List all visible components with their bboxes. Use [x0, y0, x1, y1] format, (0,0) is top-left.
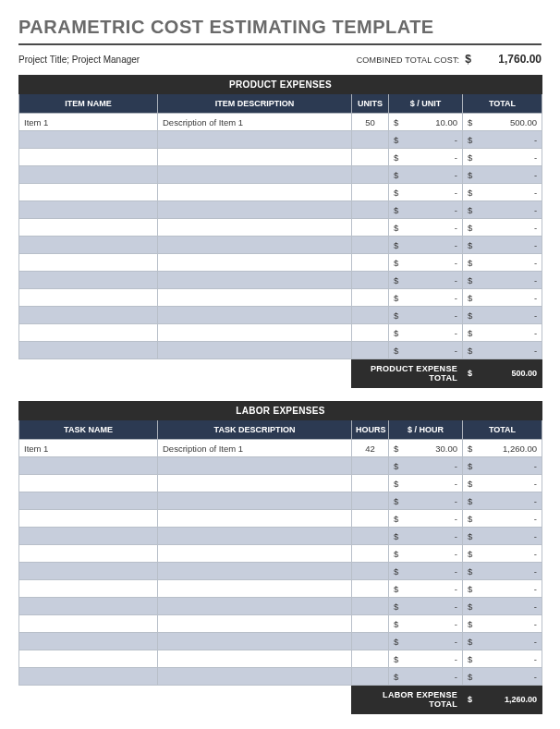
cell-description[interactable] — [158, 633, 352, 650]
cell-name[interactable] — [19, 272, 158, 289]
cell-name[interactable] — [19, 184, 158, 201]
cell-rate[interactable]: $- — [389, 307, 463, 324]
cell-description[interactable] — [158, 598, 352, 615]
cell-name[interactable] — [19, 545, 158, 563]
cell-name[interactable] — [19, 563, 158, 580]
cell-description[interactable] — [158, 166, 352, 184]
cell-rate[interactable]: $- — [389, 545, 463, 563]
cell-rate[interactable]: $- — [389, 510, 463, 528]
cell-name[interactable] — [19, 650, 158, 668]
cell-name[interactable] — [19, 307, 158, 324]
cell-rate[interactable]: $- — [389, 201, 463, 219]
cell-name[interactable] — [19, 237, 158, 254]
cell-rate[interactable]: $- — [389, 650, 463, 668]
cell-units[interactable] — [352, 307, 389, 324]
cell-units[interactable] — [352, 563, 389, 580]
cell-units[interactable] — [352, 219, 389, 237]
cell-name[interactable] — [19, 289, 158, 307]
cell-name[interactable] — [19, 598, 158, 615]
cell-description[interactable] — [158, 272, 352, 289]
cell-description[interactable] — [158, 580, 352, 598]
cell-description[interactable]: Description of Item 1 — [158, 114, 352, 131]
cell-units[interactable] — [352, 201, 389, 219]
cell-name[interactable] — [19, 633, 158, 650]
cell-units[interactable] — [352, 149, 389, 166]
cell-rate[interactable]: $- — [389, 563, 463, 580]
cell-description[interactable] — [158, 615, 352, 633]
cell-units[interactable] — [352, 457, 389, 475]
cell-rate[interactable]: $- — [389, 324, 463, 342]
cell-units[interactable] — [352, 184, 389, 201]
cell-name[interactable] — [19, 615, 158, 633]
cell-rate[interactable]: $- — [389, 475, 463, 492]
cell-units[interactable] — [352, 598, 389, 615]
cell-name[interactable] — [19, 528, 158, 545]
cell-rate[interactable]: $- — [389, 237, 463, 254]
cell-description[interactable] — [158, 457, 352, 475]
cell-units[interactable] — [352, 289, 389, 307]
cell-name[interactable] — [19, 475, 158, 492]
cell-units[interactable]: 42 — [352, 440, 389, 457]
cell-rate[interactable]: $- — [389, 219, 463, 237]
cell-rate[interactable]: $- — [389, 580, 463, 598]
cell-description[interactable]: Description of Item 1 — [158, 440, 352, 457]
cell-units[interactable] — [352, 492, 389, 510]
cell-rate[interactable]: $30.00 — [389, 440, 463, 457]
cell-units[interactable] — [352, 545, 389, 563]
cell-name[interactable] — [19, 254, 158, 272]
cell-description[interactable] — [158, 475, 352, 492]
cell-name[interactable] — [19, 219, 158, 237]
cell-description[interactable] — [158, 219, 352, 237]
cell-units[interactable] — [352, 324, 389, 342]
cell-rate[interactable]: $- — [389, 633, 463, 650]
cell-description[interactable] — [158, 563, 352, 580]
cell-name[interactable] — [19, 510, 158, 528]
cell-units[interactable] — [352, 475, 389, 492]
cell-units[interactable] — [352, 668, 389, 686]
cell-name[interactable] — [19, 324, 158, 342]
cell-rate[interactable]: $- — [389, 131, 463, 149]
cell-description[interactable] — [158, 254, 352, 272]
cell-rate[interactable]: $- — [389, 342, 463, 359]
cell-rate[interactable]: $- — [389, 289, 463, 307]
cell-name[interactable] — [19, 201, 158, 219]
cell-rate[interactable]: $- — [389, 457, 463, 475]
cell-description[interactable] — [158, 324, 352, 342]
cell-description[interactable] — [158, 289, 352, 307]
cell-description[interactable] — [158, 668, 352, 686]
cell-name[interactable] — [19, 668, 158, 686]
cell-name[interactable] — [19, 492, 158, 510]
cell-units[interactable] — [352, 342, 389, 359]
cell-rate[interactable]: $- — [389, 615, 463, 633]
cell-description[interactable] — [158, 510, 352, 528]
cell-rate[interactable]: $- — [389, 184, 463, 201]
cell-name[interactable]: Item 1 — [19, 114, 158, 131]
cell-units[interactable] — [352, 510, 389, 528]
cell-description[interactable] — [158, 184, 352, 201]
cell-rate[interactable]: $- — [389, 528, 463, 545]
cell-name[interactable]: Item 1 — [19, 440, 158, 457]
cell-rate[interactable]: $- — [389, 166, 463, 184]
cell-units[interactable] — [352, 272, 389, 289]
cell-units[interactable] — [352, 650, 389, 668]
cell-name[interactable] — [19, 580, 158, 598]
cell-name[interactable] — [19, 149, 158, 166]
cell-description[interactable] — [158, 528, 352, 545]
cell-description[interactable] — [158, 131, 352, 149]
cell-units[interactable] — [352, 237, 389, 254]
cell-units[interactable] — [352, 166, 389, 184]
cell-description[interactable] — [158, 307, 352, 324]
cell-rate[interactable]: $- — [389, 668, 463, 686]
cell-description[interactable] — [158, 237, 352, 254]
cell-units[interactable] — [352, 254, 389, 272]
cell-rate[interactable]: $- — [389, 598, 463, 615]
cell-description[interactable] — [158, 545, 352, 563]
cell-units[interactable] — [352, 615, 389, 633]
cell-name[interactable] — [19, 166, 158, 184]
cell-description[interactable] — [158, 149, 352, 166]
cell-rate[interactable]: $- — [389, 149, 463, 166]
cell-rate[interactable]: $- — [389, 254, 463, 272]
cell-rate[interactable]: $10.00 — [389, 114, 463, 131]
cell-description[interactable] — [158, 492, 352, 510]
cell-units[interactable] — [352, 528, 389, 545]
